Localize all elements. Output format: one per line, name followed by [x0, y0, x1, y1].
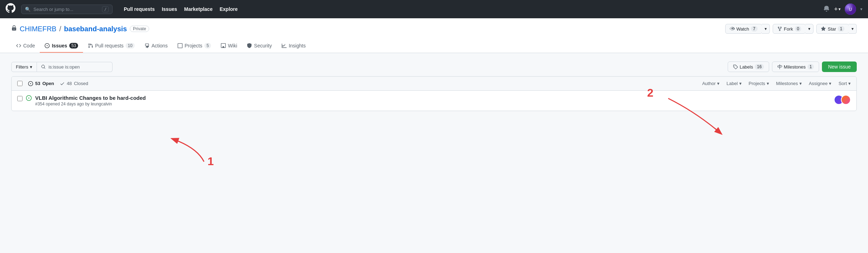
label-filter-arrow: ▾	[739, 81, 742, 86]
tab-projects-label: Projects	[185, 43, 203, 48]
milestones-label: Milestones	[784, 64, 806, 70]
tab-pull-requests[interactable]: Pull requests 10	[83, 39, 139, 53]
topnav-explore[interactable]: Explore	[217, 4, 240, 14]
star-label: Star	[828, 26, 836, 32]
issue-open-icon	[26, 95, 32, 102]
label-icon	[733, 64, 738, 69]
assignee-filter-arrow: ▾	[829, 81, 831, 86]
repo-name-link[interactable]: baseband-analysis	[64, 25, 127, 33]
filters-dropdown-button[interactable]: Filters ▾	[11, 62, 37, 72]
svg-text:U: U	[849, 7, 852, 12]
github-logo[interactable]	[6, 3, 15, 15]
tab-actions[interactable]: Actions	[140, 39, 173, 53]
tab-projects[interactable]: Projects 5	[173, 39, 216, 53]
repo-tabs: Code Issues 53 Pull requests 10 Actions …	[11, 39, 857, 53]
star-count: 1	[838, 26, 844, 32]
topnav-pull-requests[interactable]: Pull requests	[121, 4, 158, 14]
labels-button[interactable]: Labels 16	[728, 61, 769, 72]
issues-list-header: 53 Open 48 Closed Author ▾ Label ▾	[12, 77, 856, 91]
new-issue-label: New issue	[828, 64, 851, 70]
main-content: Filters ▾ Labels 16 Milestones 1 New iss…	[0, 53, 868, 119]
fork-button[interactable]: Fork 0	[773, 24, 806, 34]
fork-button-group: Fork 0 ▾	[773, 24, 814, 34]
assignee-filter-label: Assignee	[809, 81, 828, 86]
issue-title[interactable]: VLBI Algorithmic Changes to be hard-code…	[35, 95, 830, 101]
author-filter[interactable]: Author ▾	[702, 81, 719, 86]
open-issues-filter[interactable]: 53 Open	[28, 81, 54, 86]
star-dropdown[interactable]: ▾	[849, 24, 857, 34]
repo-owner-link[interactable]: CHIMEFRB	[20, 25, 56, 33]
projects-filter-label: Projects	[749, 81, 765, 86]
tab-insights[interactable]: Insights	[277, 39, 311, 53]
milestones-button[interactable]: Milestones 1	[772, 61, 819, 72]
select-all-checkbox[interactable]	[17, 81, 23, 86]
tab-projects-count: 5	[204, 43, 211, 48]
assignee-filter[interactable]: Assignee ▾	[809, 81, 831, 86]
tab-security[interactable]: Security	[242, 39, 277, 53]
watch-count: 7	[751, 26, 758, 32]
closed-check-icon	[60, 81, 65, 86]
tab-code-label: Code	[23, 43, 35, 48]
tab-actions-label: Actions	[152, 43, 168, 48]
open-issue-icon	[28, 81, 33, 86]
watch-label: Watch	[736, 26, 749, 32]
closed-issues-filter[interactable]: 48 Closed	[60, 81, 88, 86]
repo-header: CHIMEFRB / baseband-analysis Private Wat…	[0, 18, 868, 53]
author-filter-label: Author	[702, 81, 715, 86]
issue-content: VLBI Algorithmic Changes to be hard-code…	[35, 95, 830, 106]
topnav-issues[interactable]: Issues	[159, 4, 180, 14]
repo-lock-icon	[11, 25, 17, 32]
topnav-marketplace[interactable]: Marketplace	[181, 4, 216, 14]
search-icon	[41, 64, 45, 69]
tab-security-label: Security	[254, 43, 272, 48]
watch-dropdown[interactable]: ▾	[762, 24, 770, 34]
star-button-group: Star 1 ▾	[816, 24, 857, 34]
global-search[interactable]: 🔍 Search or jump to... /	[21, 5, 113, 14]
tab-insights-label: Insights	[289, 43, 306, 48]
tab-issues-label: Issues	[52, 43, 67, 48]
repo-private-badge: Private	[130, 26, 149, 32]
search-placeholder: Search or jump to...	[33, 7, 73, 12]
user-avatar[interactable]: U	[845, 4, 856, 15]
issue-checkbox[interactable]	[17, 96, 23, 101]
table-row: VLBI Algorithmic Changes to be hard-code…	[12, 91, 856, 111]
labels-count: 16	[755, 64, 764, 70]
issue-search-box[interactable]	[37, 62, 113, 72]
tab-code[interactable]: Code	[11, 39, 40, 53]
filters-arrow-icon: ▾	[30, 64, 32, 70]
issues-header-right: Author ▾ Label ▾ Projects ▾ Milestones ▾…	[702, 81, 851, 86]
closed-label: Closed	[74, 81, 88, 86]
tab-pull-requests-label: Pull requests	[95, 43, 123, 48]
issues-header-left: 53 Open 48 Closed	[17, 81, 88, 86]
notifications-bell-icon[interactable]	[823, 5, 830, 13]
tab-wiki[interactable]: Wiki	[216, 39, 242, 53]
create-new-button[interactable]: +▾	[834, 6, 841, 13]
search-input[interactable]	[49, 64, 108, 70]
star-button[interactable]: Star 1	[816, 24, 849, 34]
issue-meta: #354 opened 24 days ago by leungcalvin	[35, 102, 830, 106]
fork-dropdown[interactable]: ▾	[805, 24, 813, 34]
repo-separator: /	[59, 25, 61, 33]
labels-label: Labels	[740, 64, 753, 70]
watch-button[interactable]: Watch 7	[725, 24, 762, 34]
label-filter[interactable]: Label ▾	[727, 81, 742, 86]
milestones-filter[interactable]: Milestones ▾	[776, 81, 802, 86]
filter-search-group: Filters ▾	[11, 62, 113, 72]
issue-avatars	[834, 95, 851, 105]
topnav-links: Pull requests Issues Marketplace Explore	[121, 4, 241, 14]
milestones-filter-arrow: ▾	[799, 81, 802, 86]
watch-button-group: Watch 7 ▾	[725, 24, 770, 34]
author-filter-arrow: ▾	[717, 81, 720, 86]
fork-label: Fork	[784, 26, 793, 32]
search-icon: 🔍	[25, 7, 31, 12]
tab-prs-count: 10	[126, 43, 134, 48]
tab-wiki-label: Wiki	[228, 43, 237, 48]
projects-filter[interactable]: Projects ▾	[749, 81, 769, 86]
tab-issues[interactable]: Issues 53	[40, 39, 83, 53]
issues-right-actions: Labels 16 Milestones 1 New issue	[728, 61, 857, 72]
avatar-dropdown-icon[interactable]: ▾	[860, 7, 862, 12]
sort-filter-arrow: ▾	[848, 81, 851, 86]
tab-issues-count: 53	[69, 43, 78, 48]
new-issue-button[interactable]: New issue	[822, 61, 857, 72]
sort-filter[interactable]: Sort ▾	[838, 81, 851, 86]
